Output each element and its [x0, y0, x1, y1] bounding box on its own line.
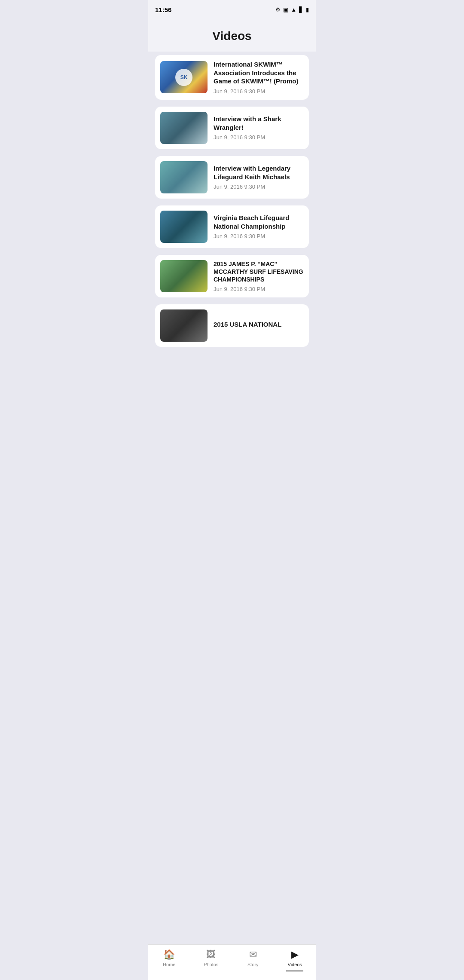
battery-icon: ▮ [306, 6, 309, 13]
nav-item-photos[interactable]: 🖼 Photos [190, 949, 232, 967]
nav-item-story[interactable]: ✉ Story [232, 949, 274, 967]
sim-icon: ▣ [283, 6, 288, 13]
nav-label-home: Home [163, 962, 175, 967]
video-date-3: Jun 9, 2016 9:30 PM [214, 184, 304, 190]
photos-icon: 🖼 [206, 949, 216, 960]
video-card-2[interactable]: Interview with a Shark Wrangler!Jun 9, 2… [155, 107, 309, 149]
wifi-icon: ▲ [291, 6, 296, 13]
nav-item-home[interactable]: 🏠 Home [148, 949, 190, 967]
video-info-2: Interview with a Shark Wrangler!Jun 9, 2… [214, 115, 304, 141]
video-card-6[interactable]: 2015 USLA NATIONAL [155, 304, 309, 347]
video-thumbnail-3 [160, 161, 208, 193]
videos-icon: ▶ [291, 949, 299, 960]
video-info-6: 2015 USLA NATIONAL [214, 320, 304, 331]
page-title: Videos [148, 19, 316, 52]
bottom-nav: 🏠 Home 🖼 Photos ✉ Story ▶ Videos [148, 944, 316, 980]
nav-item-videos[interactable]: ▶ Videos [274, 949, 316, 971]
nav-label-videos: Videos [288, 962, 302, 967]
video-info-5: 2015 JAMES P. “MAC” MCCARTHY SURF LIFESA… [214, 260, 304, 293]
video-title-2: Interview with a Shark Wrangler! [214, 115, 304, 132]
video-thumbnail-5 [160, 260, 208, 292]
nav-active-indicator [286, 971, 303, 971]
video-date-5: Jun 9, 2016 9:30 PM [214, 286, 304, 292]
video-thumbnail-6 [160, 309, 208, 342]
video-thumbnail-4 [160, 211, 208, 243]
video-date-4: Jun 9, 2016 9:30 PM [214, 233, 304, 239]
video-info-3: Interview with Legendary Lifeguard Keith… [214, 164, 304, 190]
status-icons: ⚙ ▣ ▲ ▋ ▮ [275, 6, 309, 13]
video-date-1: Jun 9, 2016 9:30 PM [214, 88, 304, 95]
video-card-5[interactable]: 2015 JAMES P. “MAC” MCCARTHY SURF LIFESA… [155, 255, 309, 298]
video-title-5: 2015 JAMES P. “MAC” MCCARTHY SURF LIFESA… [214, 260, 304, 284]
settings-icon: ⚙ [275, 6, 281, 13]
status-bar: 11:56 ⚙ ▣ ▲ ▋ ▮ [148, 0, 316, 19]
video-title-4: Virginia Beach Lifeguard National Champi… [214, 214, 304, 230]
video-title-6: 2015 USLA NATIONAL [214, 320, 304, 329]
video-info-1: International SKWIM™ Association Introdu… [214, 60, 304, 95]
nav-label-photos: Photos [204, 962, 218, 967]
story-icon: ✉ [249, 949, 257, 960]
video-card-1[interactable]: SKInternational SKWIM™ Association Intro… [155, 55, 309, 100]
videos-list: SKInternational SKWIM™ Association Intro… [148, 52, 316, 392]
video-thumbnail-2 [160, 112, 208, 144]
video-info-4: Virginia Beach Lifeguard National Champi… [214, 214, 304, 239]
video-card-3[interactable]: Interview with Legendary Lifeguard Keith… [155, 156, 309, 199]
home-icon: 🏠 [163, 949, 175, 960]
signal-icon: ▋ [299, 6, 303, 13]
status-time: 11:56 [155, 6, 171, 13]
video-date-2: Jun 9, 2016 9:30 PM [214, 134, 304, 141]
nav-label-story: Story [247, 962, 259, 967]
video-title-3: Interview with Legendary Lifeguard Keith… [214, 164, 304, 181]
video-card-4[interactable]: Virginia Beach Lifeguard National Champi… [155, 205, 309, 248]
video-thumbnail-1: SK [160, 61, 208, 93]
video-title-1: International SKWIM™ Association Introdu… [214, 60, 304, 86]
